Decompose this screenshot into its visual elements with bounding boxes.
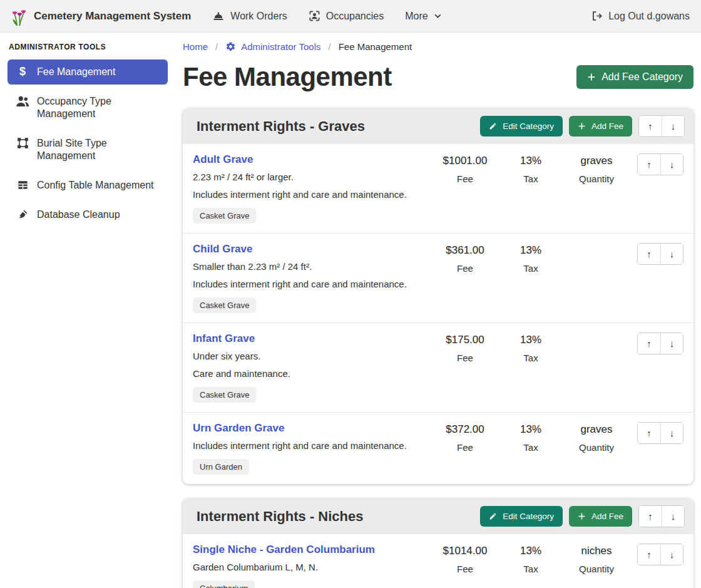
fee-reorder-controls: ↑↓ (631, 153, 683, 175)
add-fee-category-button[interactable]: Add Fee Category (576, 65, 693, 89)
fee-info: Single Niche - Garden ColumbariumGarden … (193, 544, 431, 588)
fee-row: Infant GraveUnder six years.Care and mai… (183, 323, 693, 413)
quantity-column (562, 333, 631, 334)
move-fee-down-button[interactable]: ↓ (660, 544, 683, 565)
move-fee-up-button[interactable]: ↑ (638, 333, 660, 354)
fee-name-link[interactable]: Urn Garden Grave (193, 422, 284, 435)
tax-label: Tax (499, 173, 562, 184)
logout-icon (591, 10, 603, 22)
app-brand[interactable]: Cemetery Management System (11, 6, 191, 26)
sidebar-item-fee-management[interactable]: $Fee Management (8, 59, 168, 85)
sidebar-item-label: Database Cleanup (37, 209, 120, 221)
move-category-down-button[interactable]: ↓ (662, 506, 684, 527)
plus-icon (578, 512, 586, 520)
fee-amount-value: $1014.00 (431, 545, 499, 557)
category-header: Interment Rights - NichesEdit CategoryAd… (183, 498, 693, 534)
add-fee-button[interactable]: Add Fee (569, 116, 632, 137)
fee-row: Urn Garden GraveIncludes interment right… (183, 413, 693, 484)
move-fee-down-button[interactable]: ↓ (660, 423, 683, 443)
fee-info: Urn Garden GraveIncludes interment right… (193, 422, 431, 475)
fee-info: Infant GraveUnder six years.Care and mai… (193, 333, 431, 403)
fee-tags: Columbarium (193, 580, 427, 588)
fee-description: Garden Columbarium L, M, N. (193, 561, 427, 573)
tulip-logo-icon (11, 6, 28, 26)
breadcrumb: Home / Administrator Tools / Fee Managem… (183, 41, 693, 52)
sidebar-item-label: Occupancy Type Management (37, 95, 160, 120)
fee-description: Includes interment right and care and ma… (193, 440, 427, 451)
tax-label: Tax (499, 263, 562, 274)
move-fee-down-button[interactable]: ↓ (660, 154, 683, 175)
breadcrumb-separator: / (215, 41, 218, 52)
category-reorder-group: ↑↓ (638, 115, 685, 137)
move-fee-up-button[interactable]: ↑ (638, 154, 660, 175)
fee-reorder-group: ↑↓ (637, 544, 683, 565)
fee-row: Child GraveSmaller than 2.23 m² / 24 ft²… (183, 234, 693, 323)
fee-reorder-group: ↑↓ (637, 243, 683, 265)
move-fee-down-button[interactable]: ↓ (660, 244, 683, 264)
move-fee-up-button[interactable]: ↑ (638, 244, 660, 264)
sidebar-item-burial-site-type-management[interactable]: Burial Site Type Management (8, 131, 168, 168)
table-icon (15, 179, 30, 191)
tax-value: 13% (499, 334, 562, 346)
fee-amount-label: Fee (431, 564, 499, 574)
add-fee-label: Add Fee (591, 121, 623, 131)
pencil-icon (489, 122, 497, 130)
tax-column: 13%Tax (499, 422, 562, 453)
nav-work-orders[interactable]: Work Orders (212, 10, 287, 23)
fee-description: 2.23 m² / 24 ft² or larger. (193, 171, 427, 183)
sidebar-item-config-table-management[interactable]: Config Table Management (8, 173, 168, 198)
edit-category-button[interactable]: Edit Category (480, 116, 563, 137)
tax-label: Tax (499, 442, 562, 453)
fee-description: Under six years. (193, 350, 427, 362)
category-title: Interment Rights - Niches (197, 508, 480, 525)
edit-category-label: Edit Category (503, 512, 554, 521)
fee-name-link[interactable]: Single Niche - Garden Columbarium (193, 544, 375, 556)
move-fee-down-button[interactable]: ↓ (660, 333, 683, 354)
fee-name-link[interactable]: Infant Grave (193, 333, 255, 345)
fee-amount-column: $175.00Fee (431, 333, 499, 363)
tax-value: 13% (499, 545, 562, 557)
move-category-up-button[interactable]: ↑ (639, 116, 662, 137)
fee-tag-badge: Casket Grave (193, 208, 256, 224)
edit-category-label: Edit Category (503, 121, 554, 131)
fee-amount-label: Fee (431, 173, 499, 184)
fee-name-link[interactable]: Child Grave (193, 243, 252, 255)
tax-column: 13%Tax (499, 153, 562, 184)
fee-tags: Urn Garden (193, 459, 427, 475)
add-fee-button[interactable]: Add Fee (569, 506, 632, 527)
main-content: Home / Administrator Tools / Fee Managem… (175, 33, 701, 588)
sidebar-item-occupancy-type-management[interactable]: Occupancy Type Management (8, 89, 168, 126)
fee-name-link[interactable]: Adult Grave (193, 153, 253, 166)
plus-icon (578, 122, 586, 130)
logout-button[interactable]: Log Out d.gowans (591, 10, 690, 22)
quantity-label: Quantity (562, 442, 631, 453)
sidebar-item-label: Burial Site Type Management (37, 137, 160, 162)
breadcrumb-link-admin-tools[interactable]: Administrator Tools (225, 41, 320, 52)
fee-tags: Casket Grave (193, 297, 427, 313)
occupant-badge-icon (309, 10, 320, 22)
edit-category-button[interactable]: Edit Category (480, 506, 563, 527)
tax-column: 13%Tax (499, 243, 562, 274)
fee-tag-badge: Urn Garden (193, 459, 249, 475)
move-category-down-button[interactable]: ↓ (662, 116, 684, 137)
add-fee-category-label: Add Fee Category (601, 71, 683, 83)
move-fee-up-button[interactable]: ↑ (638, 544, 660, 565)
admin-tools-sidebar: ADMINISTRATOR TOOLS $Fee ManagementOccup… (0, 33, 175, 232)
fee-reorder-controls: ↑↓ (631, 333, 683, 354)
sidebar-item-database-cleanup[interactable]: Database Cleanup (8, 202, 168, 227)
gear-icon (225, 41, 236, 52)
quantity-value: graves (562, 423, 631, 436)
nav-more[interactable]: More (405, 11, 441, 22)
breadcrumb-admin-tools-label: Administrator Tools (241, 41, 320, 52)
tax-label: Tax (499, 564, 562, 574)
move-category-up-button[interactable]: ↑ (639, 506, 662, 527)
app-title: Cemetery Management System (34, 10, 191, 23)
logout-label: Log Out d.gowans (608, 11, 690, 22)
dollar-icon: $ (15, 66, 30, 77)
tax-column: 13%Tax (499, 333, 562, 363)
fee-description: Smaller than 2.23 m² / 24 ft². (193, 260, 427, 272)
nav-occupancies[interactable]: Occupancies (309, 10, 384, 22)
move-fee-up-button[interactable]: ↑ (638, 423, 660, 443)
breadcrumb-link-home[interactable]: Home (183, 41, 208, 52)
sidebar-item-label: Fee Management (37, 66, 115, 78)
